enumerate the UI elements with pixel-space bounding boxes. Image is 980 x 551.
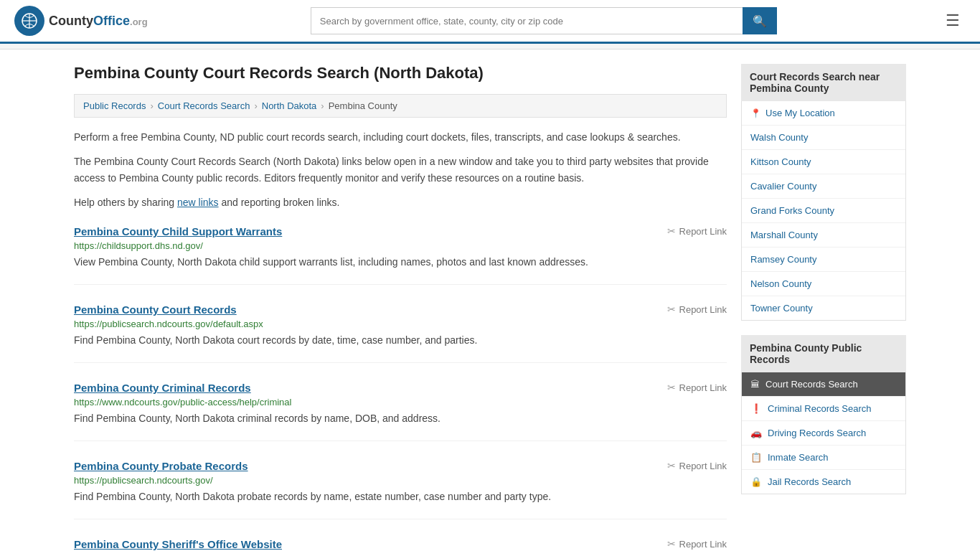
logo-icon bbox=[14, 6, 44, 36]
record-title-3[interactable]: Pembina County Probate Records bbox=[74, 460, 248, 472]
court-records-icon: 🏛 bbox=[750, 379, 760, 390]
public-records-header: Pembina County Public Records bbox=[741, 335, 906, 372]
menu-button[interactable]: ☰ bbox=[940, 9, 966, 33]
breadcrumb: Public Records › Court Records Search › … bbox=[74, 94, 727, 118]
record-item-4: Pembina County Sheriff's Office Website … bbox=[74, 538, 727, 551]
record-desc-1: Find Pembina County, North Dakota court … bbox=[74, 333, 727, 348]
logo-area: CountyOffice.org bbox=[14, 6, 148, 36]
report-link-0[interactable]: ✂ Report Link bbox=[667, 225, 727, 237]
nearby-header: Court Records Search near Pembina County bbox=[741, 64, 906, 101]
report-label-2: Report Link bbox=[679, 382, 727, 393]
sidebar-county-3[interactable]: Grand Forks County bbox=[742, 199, 905, 223]
sidebar-county-5[interactable]: Ramsey County bbox=[742, 248, 905, 272]
record-title-1[interactable]: Pembina County Court Records bbox=[74, 303, 237, 316]
sidebar: Court Records Search near Pembina County… bbox=[741, 64, 906, 551]
search-button[interactable]: 🔍 bbox=[743, 7, 777, 34]
use-location-link[interactable]: Use My Location bbox=[765, 108, 835, 118]
driving-records-icon: 🚗 bbox=[750, 428, 762, 438]
pr-link-0[interactable]: Court Records Search bbox=[765, 379, 858, 390]
record-title-2[interactable]: Pembina County Criminal Records bbox=[74, 382, 251, 394]
record-url-1[interactable]: https://publicsearch.ndcourts.gov/defaul… bbox=[74, 319, 727, 329]
record-header-0: Pembina County Child Support Warrants ✂ … bbox=[74, 225, 727, 237]
pr-link-3[interactable]: Inmate Search bbox=[768, 452, 829, 463]
logo-text: CountyOffice.org bbox=[49, 14, 148, 29]
county-link-1[interactable]: Kittson County bbox=[750, 156, 811, 167]
page-title: Pembina County Court Records Search (Nor… bbox=[74, 64, 727, 83]
search-area: 🔍 bbox=[311, 7, 777, 34]
county-link-2[interactable]: Cavalier County bbox=[750, 181, 817, 192]
search-icon: 🔍 bbox=[753, 15, 767, 27]
description-1: Perform a free Pembina County, ND public… bbox=[74, 129, 727, 145]
breadcrumb-public-records[interactable]: Public Records bbox=[83, 100, 146, 111]
county-link-4[interactable]: Marshall County bbox=[750, 230, 818, 240]
public-records-section: Pembina County Public Records 🏛 Court Re… bbox=[741, 335, 906, 494]
breadcrumb-north-dakota[interactable]: North Dakota bbox=[262, 100, 317, 111]
pr-link-2[interactable]: Driving Records Search bbox=[768, 428, 866, 438]
report-icon-4: ✂ bbox=[667, 538, 676, 550]
record-item-0: Pembina County Child Support Warrants ✂ … bbox=[74, 225, 727, 285]
breadcrumb-sep-2: › bbox=[254, 100, 257, 111]
report-link-4[interactable]: ✂ Report Link bbox=[667, 538, 727, 550]
description-3: Help others by sharing new links and rep… bbox=[74, 194, 727, 210]
record-url-2[interactable]: https://www.ndcourts.gov/public-access/h… bbox=[74, 397, 727, 408]
header: CountyOffice.org 🔍 ☰ bbox=[0, 0, 980, 44]
content-area: Pembina County Court Records Search (Nor… bbox=[74, 64, 727, 551]
pr-link-4[interactable]: Jail Records Search bbox=[768, 476, 851, 487]
pr-item-4[interactable]: 🔒 Jail Records Search bbox=[742, 470, 905, 494]
breadcrumb-court-records[interactable]: Court Records Search bbox=[158, 100, 250, 111]
main-container: Pembina County Court Records Search (Nor… bbox=[60, 50, 920, 551]
sidebar-county-0[interactable]: Walsh County bbox=[742, 126, 905, 150]
county-link-0[interactable]: Walsh County bbox=[750, 132, 808, 143]
pr-item-0[interactable]: 🏛 Court Records Search bbox=[742, 372, 905, 397]
record-url-0[interactable]: https://childsupport.dhs.nd.gov/ bbox=[74, 240, 727, 251]
record-item-2: Pembina County Criminal Records ✂ Report… bbox=[74, 382, 727, 441]
report-label-1: Report Link bbox=[679, 304, 727, 315]
report-link-1[interactable]: ✂ Report Link bbox=[667, 303, 727, 315]
hamburger-icon: ☰ bbox=[946, 11, 960, 29]
nearby-list: 📍 Use My Location Walsh County Kittson C… bbox=[741, 101, 906, 321]
breadcrumb-current: Pembina County bbox=[329, 100, 397, 111]
county-link-5[interactable]: Ramsey County bbox=[750, 254, 816, 265]
public-records-list: 🏛 Court Records Search ❗ Criminal Record… bbox=[741, 372, 906, 494]
new-links-link[interactable]: new links bbox=[177, 197, 219, 208]
record-desc-2: Find Pembina County, North Dakota crimin… bbox=[74, 411, 727, 426]
sidebar-county-6[interactable]: Nelson County bbox=[742, 272, 905, 296]
county-link-6[interactable]: Nelson County bbox=[750, 278, 811, 289]
report-icon-2: ✂ bbox=[667, 382, 676, 393]
record-header-3: Pembina County Probate Records ✂ Report … bbox=[74, 460, 727, 472]
breadcrumb-sep-1: › bbox=[150, 100, 153, 111]
county-link-7[interactable]: Towner County bbox=[750, 303, 813, 314]
record-url-3[interactable]: https://publicsearch.ndcourts.gov/ bbox=[74, 475, 727, 486]
sidebar-county-2[interactable]: Cavalier County bbox=[742, 174, 905, 199]
report-icon-1: ✂ bbox=[667, 303, 676, 315]
pr-item-3[interactable]: 📋 Inmate Search bbox=[742, 446, 905, 470]
sidebar-county-7[interactable]: Towner County bbox=[742, 296, 905, 320]
report-label-4: Report Link bbox=[679, 539, 727, 550]
record-item-1: Pembina County Court Records ✂ Report Li… bbox=[74, 303, 727, 363]
nearby-section: Court Records Search near Pembina County… bbox=[741, 64, 906, 321]
record-title-0[interactable]: Pembina County Child Support Warrants bbox=[74, 225, 282, 237]
search-input[interactable] bbox=[311, 7, 743, 34]
report-link-2[interactable]: ✂ Report Link bbox=[667, 382, 727, 393]
sidebar-county-4[interactable]: Marshall County bbox=[742, 223, 905, 248]
location-pin-icon: 📍 bbox=[750, 108, 761, 118]
desc3-prefix: Help others by sharing bbox=[74, 197, 177, 208]
record-header-1: Pembina County Court Records ✂ Report Li… bbox=[74, 303, 727, 316]
report-label-3: Report Link bbox=[679, 461, 727, 471]
record-desc-3: Find Pembina County, North Dakota probat… bbox=[74, 489, 727, 504]
records-list: Pembina County Child Support Warrants ✂ … bbox=[74, 225, 727, 551]
report-link-3[interactable]: ✂ Report Link bbox=[667, 460, 727, 471]
pr-item-1[interactable]: ❗ Criminal Records Search bbox=[742, 397, 905, 421]
sidebar-county-1[interactable]: Kittson County bbox=[742, 150, 905, 174]
record-desc-0: View Pembina County, North Dakota child … bbox=[74, 255, 727, 270]
use-location-item[interactable]: 📍 Use My Location bbox=[742, 101, 905, 126]
report-icon-3: ✂ bbox=[667, 460, 676, 471]
jail-records-icon: 🔒 bbox=[750, 476, 762, 487]
report-label-0: Report Link bbox=[679, 226, 727, 237]
pr-item-2[interactable]: 🚗 Driving Records Search bbox=[742, 421, 905, 446]
county-link-3[interactable]: Grand Forks County bbox=[750, 205, 834, 216]
record-title-4[interactable]: Pembina County Sheriff's Office Website bbox=[74, 538, 282, 550]
criminal-records-icon: ❗ bbox=[750, 403, 762, 414]
pr-link-1[interactable]: Criminal Records Search bbox=[768, 403, 872, 414]
report-icon-0: ✂ bbox=[667, 225, 676, 237]
